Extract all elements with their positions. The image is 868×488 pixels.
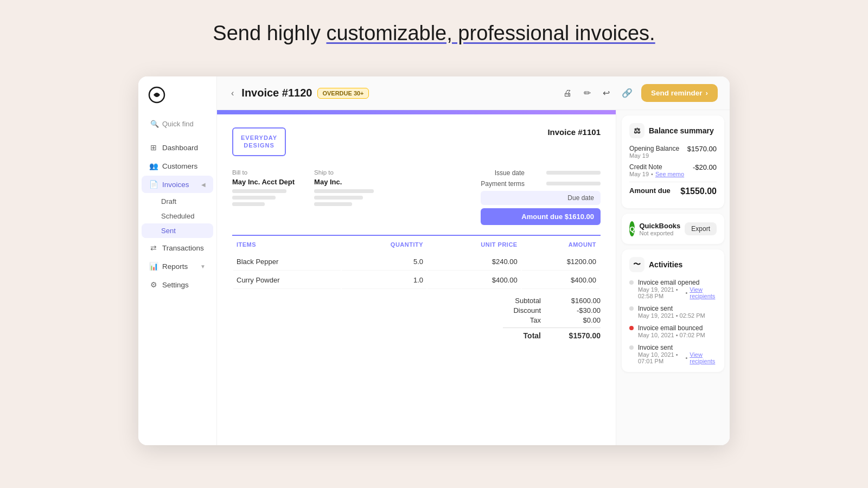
credit-note-link[interactable]: See memo	[655, 171, 684, 177]
col-amount: AMOUNT	[522, 237, 599, 252]
sidebar-item-customers-label: Customers	[162, 162, 197, 170]
users-icon: 👥	[149, 162, 158, 170]
credit-note-dot: •	[651, 171, 653, 177]
sidebar-item-customers[interactable]: 👥 Customers	[142, 157, 213, 175]
subtotal-label: Subtotal	[503, 297, 541, 305]
ship-line-1	[314, 189, 374, 193]
activity-icon: 〜	[629, 257, 644, 272]
activity-link-4[interactable]: View recipients	[690, 351, 717, 364]
chevron-down-icon: ◀	[201, 182, 206, 188]
table-row: Curry Powder 1.0 $400.00 $400.00	[233, 272, 599, 289]
activity-date-3: May 10, 2021 • 07:02 PM	[638, 332, 705, 338]
address-line-1	[232, 189, 286, 193]
address-line-2	[232, 196, 276, 200]
activity-dot-4	[629, 345, 634, 350]
activity-dot-1	[629, 280, 634, 285]
company-logo: EVERYDAY DESIGNS	[232, 127, 286, 156]
send-reminder-button[interactable]: Send reminder ›	[641, 84, 718, 102]
invoice-table: ITEMS QUANTITY UNIT PRICE AMOUNT Black P…	[232, 235, 601, 290]
credit-note-date: May 19	[629, 171, 649, 177]
edit-icon: ✏	[584, 88, 591, 98]
total-label: Total	[503, 331, 541, 340]
sidebar-subitem-scheduled[interactable]: Scheduled	[142, 209, 213, 223]
quickbooks-name: QuickBooks	[639, 222, 680, 230]
link-button[interactable]: 🔗	[618, 85, 636, 101]
balance-amount-due-value: $1550.00	[680, 187, 717, 196]
tax-label: Tax	[503, 316, 541, 324]
bill-to-block: Bill to May Inc. Acct Dept	[232, 169, 295, 209]
opening-balance-value: $1570.00	[687, 145, 717, 153]
subtotal-row: Subtotal $1600.00	[503, 297, 601, 305]
total-value: $1570.00	[563, 331, 601, 340]
sidebar-item-transactions[interactable]: ⇄ Transactions	[142, 239, 213, 256]
invoice-title: Invoice #1120	[241, 87, 312, 99]
sidebar-item-invoices[interactable]: 📄 Invoices ◀	[142, 176, 213, 193]
reply-button[interactable]: ↩	[599, 85, 613, 101]
activity-dot-2	[629, 306, 634, 311]
credit-note-label: Credit Note	[629, 163, 684, 171]
amount-due-row: Amount due $1550.00	[629, 187, 717, 196]
sidebar-item-reports[interactable]: 📊 Reports ▼	[142, 258, 213, 275]
amount-due-label: Amount due	[521, 213, 563, 221]
invoice-ref: Invoice #1101	[547, 127, 601, 137]
activity-content-3: Invoice email bounced May 10, 2021 • 07:…	[638, 324, 705, 338]
list-item: Invoice email bounced May 10, 2021 • 07:…	[629, 324, 717, 338]
discount-row: Discount -$30.00	[503, 306, 601, 314]
bill-address-lines	[232, 189, 295, 206]
sidebar-item-invoices-label: Invoices	[162, 181, 189, 189]
sent-label: Sent	[161, 227, 176, 235]
scheduled-label: Scheduled	[161, 212, 194, 220]
amount-due-value: $1610.00	[565, 213, 594, 221]
activity-content-4: Invoice sent May 10, 2021 • 07:01 PM • V…	[638, 344, 717, 364]
credit-note-row: Credit Note May 19 • See memo -$20.00	[629, 163, 717, 177]
gear-icon: ⚙	[149, 280, 158, 289]
print-button[interactable]: 🖨	[560, 85, 575, 101]
activity-content-2: Invoice sent May 19, 2021 • 02:52 PM	[638, 305, 705, 319]
address-line-3	[232, 202, 265, 206]
balance-icon: ⚖	[629, 123, 644, 138]
export-button[interactable]: Export	[685, 222, 717, 235]
balance-summary-card: ⚖ Balance summary Opening Balance May 19…	[622, 115, 724, 208]
overdue-badge: OVERDUE 30+	[317, 88, 368, 99]
ship-to-label: Ship to	[314, 169, 374, 176]
link-icon: 🔗	[622, 88, 633, 98]
topbar-actions: 🖨 ✏ ↩ 🔗 Send reminder ›	[560, 84, 718, 102]
due-date-box: Due date	[481, 191, 601, 205]
activity-link-1[interactable]: View recipients	[690, 286, 717, 299]
chart-icon: 📊	[149, 262, 158, 271]
main-content: ‹ Invoice #1120 OVERDUE 30+ 🖨 ✏ ↩ 🔗 Send…	[217, 76, 730, 445]
sidebar-item-dashboard[interactable]: ⊞ Dashboard	[142, 139, 213, 156]
activities-label: Activities	[649, 260, 682, 269]
sidebar-item-reports-label: Reports	[162, 262, 188, 271]
activity-text-4: Invoice sent	[638, 344, 717, 351]
send-arrow-icon: ›	[706, 89, 709, 97]
activity-meta-3: May 10, 2021 • 07:02 PM	[638, 332, 705, 338]
ship-address-lines	[314, 189, 374, 206]
back-button[interactable]: ‹	[229, 86, 236, 100]
sidebar-subitem-draft[interactable]: Draft	[142, 194, 213, 209]
edit-button[interactable]: ✏	[580, 85, 594, 101]
sidebar-item-settings[interactable]: ⚙ Settings	[142, 276, 213, 293]
draft-label: Draft	[161, 197, 176, 206]
opening-balance-row: Opening Balance May 19 $1570.00	[629, 145, 717, 159]
dates-right: Issue date Payment terms Due date	[481, 169, 601, 225]
payment-terms-row: Payment terms	[481, 180, 601, 188]
item-qty-1: 5.0	[342, 253, 426, 271]
search-icon: 🔍	[150, 120, 159, 128]
quick-find-button[interactable]: 🔍 Quick find	[143, 117, 212, 131]
total-row: Total $1570.00	[503, 328, 601, 340]
quickbooks-icon: Q	[629, 221, 635, 236]
issue-date-label: Issue date	[495, 169, 525, 177]
sidebar-item-settings-label: Settings	[162, 281, 189, 289]
invoices-submenu: Draft Scheduled Sent	[138, 194, 216, 238]
ship-line-2	[314, 196, 363, 200]
activity-text-1: Invoice email opened	[638, 279, 717, 286]
sidebar-subitem-sent[interactable]: Sent	[142, 223, 213, 238]
reply-icon: ↩	[603, 88, 610, 98]
activity-text-2: Invoice sent	[638, 305, 705, 312]
print-icon: 🖨	[563, 88, 572, 98]
activity-meta-1: May 19, 2021 • 02:58 PM • View recipient…	[638, 286, 717, 299]
activity-date-4: May 10, 2021 • 07:01 PM	[638, 351, 683, 364]
credit-note-meta: May 19 • See memo	[629, 171, 684, 177]
right-panel: ⚖ Balance summary Opening Balance May 19…	[616, 110, 730, 445]
